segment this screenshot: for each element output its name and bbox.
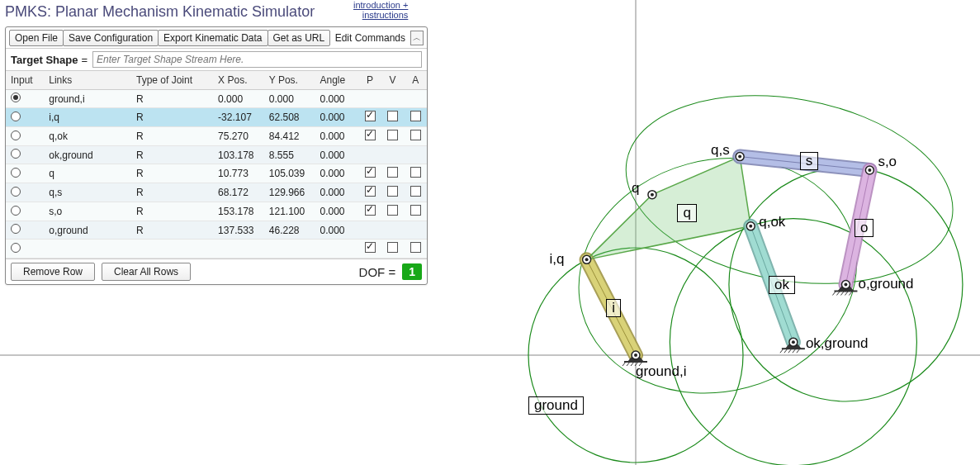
links-cell[interactable]: q,s — [44, 183, 131, 202]
x-cell[interactable]: 10.773 — [213, 164, 264, 183]
input-radio[interactable] — [11, 93, 21, 102]
links-cell[interactable]: i,q — [44, 108, 131, 127]
angle-cell[interactable]: 0.000 — [315, 90, 358, 108]
clear-rows-button[interactable]: Clear All Rows — [102, 263, 191, 281]
y-cell[interactable]: 121.100 — [264, 202, 315, 221]
y-cell[interactable]: 8.555 — [264, 146, 315, 164]
p-checkbox[interactable] — [365, 130, 376, 140]
input-radio[interactable] — [11, 168, 21, 178]
get-url-button[interactable]: Get as URL — [267, 30, 331, 46]
target-shape-input[interactable] — [92, 51, 422, 68]
save-config-button[interactable]: Save Configuration — [63, 30, 159, 46]
input-radio[interactable] — [11, 187, 21, 197]
input-radio[interactable] — [11, 149, 21, 159]
x-cell[interactable] — [213, 240, 264, 259]
type-cell[interactable]: R — [131, 127, 213, 146]
a-checkbox[interactable] — [410, 205, 421, 216]
type-cell[interactable]: R — [131, 146, 213, 164]
svg-line-7 — [587, 259, 636, 355]
open-file-button[interactable]: Open File — [9, 30, 64, 46]
a-checkbox[interactable] — [410, 242, 421, 253]
input-radio[interactable] — [11, 243, 21, 253]
type-cell[interactable]: R — [131, 202, 213, 221]
links-cell[interactable]: ground,i — [44, 90, 131, 108]
type-cell[interactable]: R — [131, 164, 213, 183]
a-checkbox[interactable] — [410, 111, 421, 121]
links-cell[interactable] — [44, 240, 131, 259]
y-cell[interactable]: 62.508 — [264, 108, 315, 127]
export-data-button[interactable]: Export Kinematic Data — [158, 30, 267, 46]
x-cell[interactable]: -32.107 — [213, 108, 264, 127]
table-row[interactable]: ok,groundR103.1788.5550.000 — [6, 146, 427, 164]
mechanism-label: ok,ground — [806, 335, 869, 352]
angle-cell[interactable] — [315, 240, 358, 259]
a-checkbox[interactable] — [410, 130, 421, 140]
app-title: PMKS: Planar Mechanism Kinematic Simulat… — [5, 3, 315, 21]
v-checkbox[interactable] — [387, 242, 398, 253]
col-y: Y Pos. — [264, 71, 315, 90]
v-checkbox[interactable] — [387, 186, 398, 197]
edit-commands-label[interactable]: Edit Commands — [332, 31, 409, 45]
v-checkbox[interactable] — [387, 167, 398, 178]
v-checkbox[interactable] — [387, 111, 398, 121]
svg-line-22 — [631, 362, 634, 366]
table-row[interactable] — [6, 240, 427, 259]
input-radio[interactable] — [11, 206, 21, 216]
type-cell[interactable]: R — [131, 221, 213, 240]
angle-cell[interactable]: 0.000 — [315, 202, 358, 221]
angle-cell[interactable]: 0.000 — [315, 108, 358, 127]
p-checkbox[interactable] — [365, 186, 376, 197]
table-row[interactable]: q,sR68.172129.9660.000 — [6, 183, 427, 202]
angle-cell[interactable]: 0.000 — [315, 146, 358, 164]
instructions-link[interactable]: instructions — [353, 10, 408, 20]
table-row[interactable]: i,qR-32.10762.5080.000 — [6, 108, 427, 127]
input-radio[interactable] — [11, 224, 21, 234]
a-checkbox[interactable] — [410, 167, 421, 178]
links-cell[interactable]: s,o — [44, 202, 131, 221]
links-cell[interactable]: q,ok — [44, 127, 131, 146]
intro-link[interactable]: introduction + — [353, 0, 408, 10]
y-cell[interactable]: 129.966 — [264, 183, 315, 202]
links-cell[interactable]: ok,ground — [44, 146, 131, 164]
input-radio[interactable] — [11, 130, 21, 140]
dof-value: 1 — [402, 263, 422, 280]
collapse-panel-button[interactable]: ︿ — [410, 31, 424, 45]
table-row[interactable]: o,groundR137.53346.2280.000 — [6, 221, 427, 240]
svg-line-20 — [623, 362, 626, 366]
svg-point-2 — [528, 248, 743, 463]
angle-cell[interactable]: 0.000 — [315, 164, 358, 183]
v-checkbox[interactable] — [387, 205, 398, 216]
type-cell[interactable] — [131, 240, 213, 259]
y-cell[interactable] — [264, 240, 315, 259]
links-cell[interactable]: o,ground — [44, 221, 131, 240]
input-radio[interactable] — [11, 112, 21, 121]
table-row[interactable]: qR10.773105.0390.000 — [6, 164, 427, 183]
p-checkbox[interactable] — [365, 167, 376, 178]
y-cell[interactable]: 0.000 — [264, 90, 315, 108]
y-cell[interactable]: 84.412 — [264, 127, 315, 146]
angle-cell[interactable]: 0.000 — [315, 183, 358, 202]
type-cell[interactable]: R — [131, 108, 213, 127]
p-checkbox[interactable] — [365, 111, 376, 121]
table-row[interactable]: q,okR75.27084.4120.000 — [6, 127, 427, 146]
y-cell[interactable]: 46.228 — [264, 221, 315, 240]
remove-row-button[interactable]: Remove Row — [11, 263, 95, 281]
x-cell[interactable]: 0.000 — [213, 90, 264, 108]
angle-cell[interactable]: 0.000 — [315, 127, 358, 146]
links-cell[interactable]: q — [44, 164, 131, 183]
v-checkbox[interactable] — [387, 130, 398, 140]
a-checkbox[interactable] — [410, 186, 421, 197]
p-checkbox[interactable] — [365, 242, 376, 253]
x-cell[interactable]: 103.178 — [213, 146, 264, 164]
type-cell[interactable]: R — [131, 183, 213, 202]
angle-cell[interactable]: 0.000 — [315, 221, 358, 240]
y-cell[interactable]: 105.039 — [264, 164, 315, 183]
table-row[interactable]: ground,iR0.0000.0000.000 — [6, 90, 427, 108]
x-cell[interactable]: 153.178 — [213, 202, 264, 221]
x-cell[interactable]: 137.533 — [213, 221, 264, 240]
p-checkbox[interactable] — [365, 205, 376, 216]
x-cell[interactable]: 75.270 — [213, 127, 264, 146]
type-cell[interactable]: R — [131, 90, 213, 108]
table-row[interactable]: s,oR153.178121.1000.000 — [6, 202, 427, 221]
x-cell[interactable]: 68.172 — [213, 183, 264, 202]
